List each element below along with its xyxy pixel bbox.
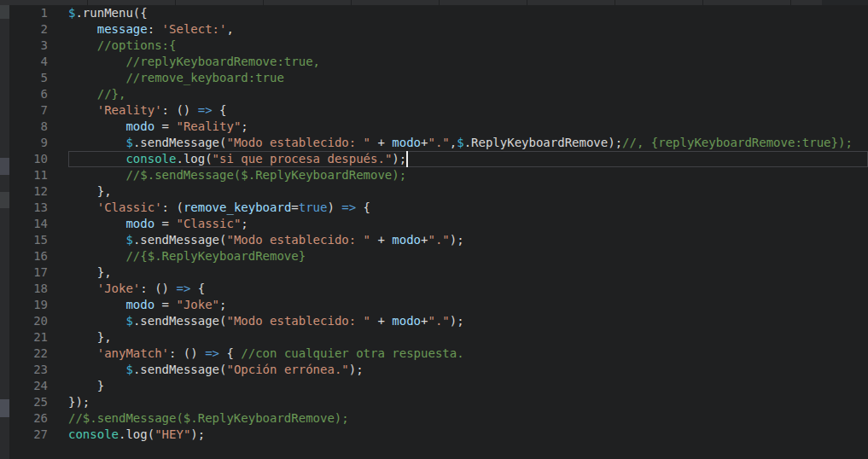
ruler-mark (0, 5, 9, 19)
token (68, 168, 125, 182)
token: ; (241, 217, 248, 230)
code-row: 13 'Classic': (remove_keyboard=true) => … (9, 200, 868, 216)
code-row: 9 $.sendMessage("Modo establecido: " + m… (9, 135, 868, 151)
token: //options:{ (97, 38, 177, 52)
code-line[interactable]: console.log("HEY"); (68, 427, 868, 443)
token (68, 200, 97, 214)
code-line[interactable]: }); (68, 394, 868, 410)
code-row: 3 //options:{ (9, 38, 868, 54)
line-number: 11 (9, 167, 68, 183)
code-line[interactable]: $.sendMessage("Modo establecido: " + mod… (68, 313, 868, 329)
token: "Modo establecido: " (226, 233, 370, 247)
code-row: 10 console.log("si que procesa después."… (9, 151, 868, 167)
token (68, 38, 97, 52)
token: ) (327, 200, 341, 214)
code-row: 7 'Reality': () => { (9, 102, 868, 119)
code-line[interactable]: //options:{ (68, 38, 868, 54)
code-line[interactable]: console.log("si que procesa después."); (68, 151, 868, 167)
code-line[interactable]: 'Joke': () => { (68, 281, 868, 297)
token: = (154, 119, 176, 133)
code-line[interactable]: //replyKeyboardRemove:true, (68, 54, 868, 70)
code-row: 17 }, (9, 264, 868, 281)
token: $ (125, 233, 132, 247)
code-line[interactable]: 'Reality': () => { (68, 102, 868, 119)
code-line[interactable]: modo = "Classic"; (68, 216, 868, 232)
code-row: 21 }, (9, 329, 868, 346)
token: + (370, 314, 392, 328)
token: => (176, 282, 190, 295)
code-line[interactable]: $.runMenu({ (68, 5, 868, 21)
token: //, {replyKeyboardRemove:true}); (622, 136, 853, 149)
token: } (68, 379, 104, 392)
token: => (341, 200, 356, 214)
token: modo (125, 298, 154, 311)
token: .log( (119, 427, 154, 441)
token: + (370, 136, 392, 149)
code-line[interactable]: }, (68, 183, 868, 200)
token (68, 282, 97, 295)
code-row: 24 } (9, 378, 868, 394)
line-number: 16 (9, 248, 68, 264)
line-number: 19 (9, 297, 68, 313)
token: 'Select:' (162, 22, 227, 36)
code-line[interactable]: modo = "Reality"; (68, 119, 868, 135)
line-number: 6 (9, 86, 68, 102)
code-line[interactable]: } (68, 378, 868, 394)
code-line[interactable]: $.sendMessage("Modo establecido: " + mod… (68, 232, 868, 248)
token: , (450, 136, 457, 149)
code-line[interactable]: //}, (68, 86, 868, 102)
token: ; (219, 298, 226, 311)
code-row: 25}); (9, 394, 868, 410)
code-line[interactable]: 'anyMatch': () => { //con cualquier otra… (68, 346, 868, 362)
code-line[interactable]: 'Classic': (remove_keyboard=true) => { (68, 200, 868, 216)
token: = (154, 298, 176, 311)
token: }, (68, 265, 112, 279)
line-number: 14 (9, 216, 68, 232)
code-line[interactable]: $.sendMessage("Modo establecido: " + mod… (68, 135, 868, 151)
tab-strip (0, 0, 868, 5)
tab-strip-right-edge (822, 0, 868, 5)
token: modo (125, 119, 154, 133)
token: }, (68, 184, 112, 198)
code-line[interactable]: modo = "Joke"; (68, 297, 868, 313)
token: { (213, 103, 227, 117)
line-number: 27 (9, 427, 68, 443)
line-number: 9 (9, 135, 68, 151)
token: 'Reality' (97, 103, 162, 117)
token (68, 55, 125, 68)
token: //$.sendMessage($.ReplyKeyboardRemove); (125, 168, 406, 182)
line-number: 18 (9, 281, 68, 297)
token: + (370, 233, 392, 247)
token: "Opción errónea." (226, 363, 348, 376)
token: }, (68, 330, 112, 344)
token: $ (125, 136, 132, 149)
line-number: 1 (9, 5, 68, 21)
token: .runMenu({ (75, 6, 147, 20)
code-line[interactable]: //$.sendMessage($.ReplyKeyboardRemove); (68, 167, 868, 183)
token: { (190, 282, 205, 295)
code-row: 11 //$.sendMessage($.ReplyKeyboardRemove… (9, 167, 868, 183)
token: .sendMessage( (133, 136, 227, 149)
code-line[interactable]: //remove_keyboard:true (68, 70, 868, 86)
token: console (125, 152, 176, 166)
line-number: 15 (9, 232, 68, 248)
code-line[interactable]: $.sendMessage("Opción errónea."); (68, 362, 868, 378)
code-line[interactable]: //$.sendMessage($.ReplyKeyboardRemove); (68, 410, 868, 427)
token: 'anyMatch' (97, 346, 169, 360)
token: ); (450, 314, 464, 328)
code-line[interactable]: message: 'Select:', (68, 21, 868, 38)
token: //}, (97, 87, 126, 101)
code-line[interactable]: }, (68, 329, 868, 346)
token: .log( (176, 152, 212, 166)
token: = (154, 217, 176, 230)
code-line[interactable]: //{$.ReplyKeyboardRemove} (68, 248, 868, 264)
token: .sendMessage( (133, 233, 227, 247)
code-row: 16 //{$.ReplyKeyboardRemove} (9, 248, 868, 264)
token: //con cualquier otra respuesta. (241, 346, 463, 360)
code-line[interactable]: }, (68, 264, 868, 281)
token (68, 314, 125, 328)
token (68, 363, 125, 376)
editor[interactable]: 1$.runMenu({2 message: 'Select:',3 //opt… (9, 5, 868, 443)
token: ); (392, 152, 406, 166)
line-number: 8 (9, 119, 68, 135)
